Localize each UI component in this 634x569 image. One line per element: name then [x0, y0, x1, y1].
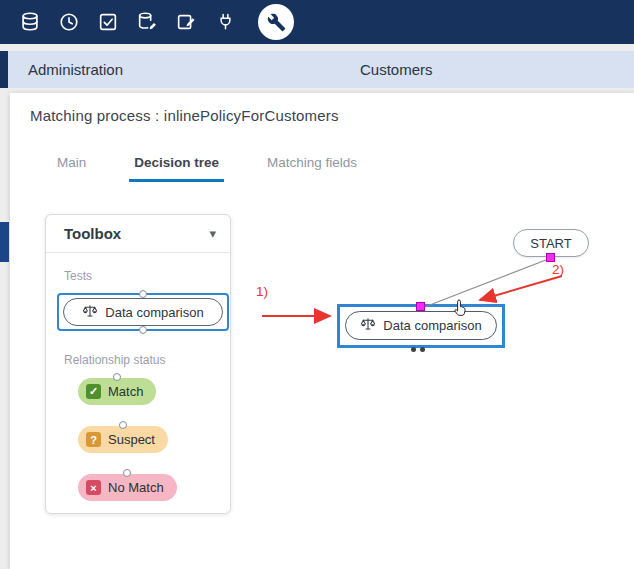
toolbox-header[interactable]: Toolbox ▾ — [46, 215, 230, 253]
annotation-label-2: 2) — [552, 262, 564, 277]
plug-icon[interactable] — [213, 10, 237, 34]
data-comparison-node-label: Data comparison — [383, 318, 481, 333]
node-output-dot[interactable] — [411, 347, 416, 352]
check-square-icon[interactable] — [96, 10, 120, 34]
page-title: Matching process : inlinePolicyForCustom… — [30, 107, 339, 124]
annotation-label-1: 1) — [256, 284, 268, 299]
breadcrumb-bar: Administration Customers — [0, 51, 634, 88]
no-match-x-icon: × — [86, 480, 101, 495]
node-connection-handle[interactable] — [416, 302, 425, 311]
suspect-label: Suspect — [108, 432, 155, 447]
toolbox-item-data-comparison[interactable]: Data comparison — [57, 293, 229, 331]
toolbox-item-no-match[interactable]: × No Match — [78, 474, 177, 501]
data-comparison-pill[interactable]: Data comparison — [63, 298, 223, 326]
nav-customers[interactable]: Customers — [360, 51, 433, 88]
matching-process-window: Administration Customers Matching proces… — [0, 0, 634, 569]
nav-administration[interactable]: Administration — [28, 51, 123, 88]
window-edge-strip — [0, 222, 9, 262]
connector-dot-top[interactable] — [119, 421, 127, 429]
data-comparison-label: Data comparison — [105, 305, 203, 320]
database-icon[interactable] — [18, 10, 42, 34]
node-output-dot[interactable] — [420, 347, 425, 352]
match-label: Match — [108, 384, 143, 399]
data-comparison-node[interactable]: Data comparison — [345, 311, 497, 340]
tab-matching-fields[interactable]: Matching fields — [262, 155, 362, 182]
match-check-icon: ✓ — [86, 384, 101, 399]
clock-icon[interactable] — [57, 10, 81, 34]
tab-bar: Main Decision tree Matching fields — [52, 155, 362, 182]
toolbox-panel: Toolbox ▾ Tests Data comparison — [45, 214, 231, 514]
connector-dot-top[interactable] — [123, 469, 131, 477]
toolbox-title: Toolbox — [64, 225, 121, 242]
scale-icon — [82, 303, 98, 322]
tab-main[interactable]: Main — [52, 155, 91, 182]
connector-dot-bottom[interactable] — [139, 326, 147, 334]
window-edge-top — [0, 51, 8, 88]
start-connection-handle[interactable] — [546, 253, 555, 262]
chevron-down-icon[interactable]: ▾ — [209, 226, 216, 241]
connector-dot-top[interactable] — [139, 290, 147, 298]
relationship-section-label: Relationship status — [64, 353, 165, 367]
scale-icon — [360, 316, 376, 335]
toolbox-item-suspect[interactable]: ? Suspect — [78, 426, 168, 453]
wrench-icon[interactable] — [258, 4, 294, 40]
connector-dot-top[interactable] — [113, 373, 121, 381]
tab-decision-tree[interactable]: Decision tree — [129, 155, 224, 182]
note-edit-icon[interactable] — [174, 10, 198, 34]
tests-section-label: Tests — [64, 269, 92, 283]
suspect-question-icon: ? — [86, 432, 101, 447]
start-node-label: START — [530, 236, 571, 251]
database-edit-icon[interactable] — [135, 10, 159, 34]
top-toolbar — [0, 0, 634, 44]
toolbox-item-match[interactable]: ✓ Match — [78, 378, 156, 405]
no-match-label: No Match — [108, 480, 164, 495]
